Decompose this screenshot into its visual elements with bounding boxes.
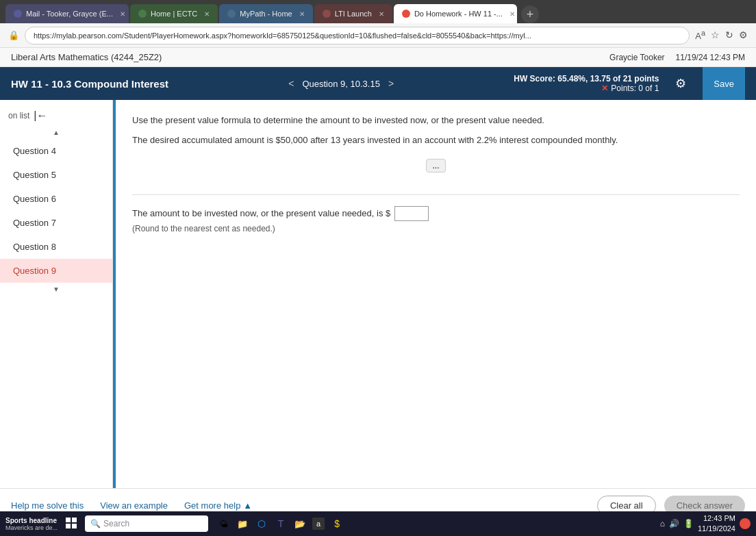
- answer-input[interactable]: [394, 206, 429, 221]
- tab-bar: Mail - Tooker, Grayce (E... ✕ Home | ECT…: [0, 0, 756, 23]
- get-more-help-label: Get more help: [184, 500, 240, 511]
- taskbar-system-icons: ⌂ 🔊 🔋 12:43 PM 11/19/2024: [660, 513, 751, 535]
- tab-mypath[interactable]: MyPath - Home ✕: [219, 4, 312, 23]
- user-info: Graycie Tooker 11/19/24 12:43 PM: [609, 53, 745, 62]
- tab-lti[interactable]: LTI Launch ✕: [314, 4, 392, 23]
- mail-tab-icon: [14, 10, 22, 18]
- prev-question-btn[interactable]: <: [288, 78, 294, 89]
- question-area: Use the present value formula to determi…: [116, 100, 756, 488]
- tab-mail[interactable]: Mail - Tooker, Grayce (E... ✕: [5, 4, 129, 23]
- tab-homework-close[interactable]: ✕: [509, 10, 515, 18]
- taskbar-icon-text[interactable]: a: [312, 518, 325, 530]
- sidebar-q6-label: Question 6: [13, 194, 56, 204]
- notification-icon[interactable]: [740, 518, 751, 529]
- lti-tab-icon: [323, 10, 331, 18]
- taskbar-icon-files[interactable]: 📁: [236, 517, 249, 531]
- tab-homework-label: Do Homework - HW 11 -...: [414, 10, 503, 18]
- battery-icon[interactable]: 🔋: [683, 519, 694, 528]
- save-button[interactable]: Save: [703, 67, 745, 100]
- help-me-solve-link[interactable]: Help me solve this: [11, 500, 84, 511]
- tab-mypath-label: MyPath - Home: [240, 10, 292, 18]
- bookmark-icon[interactable]: ☆: [711, 29, 720, 40]
- tab-home[interactable]: Home | ECTC ✕: [130, 4, 218, 23]
- tab-mail-label: Mail - Tooker, Grayce (E...: [26, 10, 113, 18]
- settings-button[interactable]: ⚙: [670, 76, 692, 91]
- taskbar-icon-weather[interactable]: 🌤: [216, 517, 230, 531]
- sidebar-header: on list |←: [0, 105, 112, 126]
- hw-points-line: ✕ Points: 0 of 1: [601, 84, 659, 93]
- start-button[interactable]: [63, 518, 79, 531]
- tab-mail-close[interactable]: ✕: [120, 10, 125, 18]
- question-nav: < Question 9, 10.3.15 >: [179, 78, 503, 89]
- round-note: (Round to the nearest cent as needed.): [132, 224, 740, 233]
- tab-lti-label: LTI Launch: [335, 10, 372, 18]
- hw-score-line: HW Score: 65.48%, 13.75 of 21 points: [514, 74, 659, 84]
- home-tab-icon: [138, 10, 147, 18]
- view-example-link[interactable]: View an example: [100, 500, 168, 511]
- course-header: Liberal Arts Mathematics (4244_25Z2) Gra…: [0, 48, 756, 67]
- taskbar-icon-explorer[interactable]: 📂: [293, 517, 307, 531]
- address-icons: Aa ☆ ↻ ⚙: [695, 29, 748, 41]
- clock-date: 11/19/2024: [698, 524, 735, 534]
- taskbar-icon-teams[interactable]: T: [274, 517, 288, 531]
- font-size-icon[interactable]: Aa: [695, 29, 705, 41]
- sidebar-scroll-down[interactable]: ▼: [0, 283, 112, 296]
- clock-time: 12:43 PM: [698, 513, 735, 524]
- svg-rect-2: [66, 524, 71, 528]
- svg-rect-0: [66, 518, 71, 522]
- taskbar-icon-edge[interactable]: ⬡: [255, 517, 268, 531]
- points-value: Points: 0 of 1: [611, 84, 659, 93]
- sidebar-q5-label: Question 5: [13, 170, 56, 180]
- taskbar-clock[interactable]: 12:43 PM 11/19/2024: [698, 513, 735, 535]
- get-more-help-btn[interactable]: Get more help ▲: [184, 500, 252, 511]
- taskbar-icon-dollar[interactable]: $: [330, 517, 344, 531]
- taskbar-search[interactable]: 🔍 Search: [85, 515, 208, 532]
- next-question-btn[interactable]: >: [388, 78, 394, 89]
- tab-home-close[interactable]: ✕: [204, 10, 210, 18]
- question-label: Question 9, 10.3.15: [302, 79, 379, 89]
- get-more-help-arrow: ▲: [243, 500, 252, 511]
- homework-tab-icon: [402, 10, 410, 18]
- sidebar: on list |← ▲ Question 4 Question 5 Quest…: [0, 100, 113, 488]
- tab-homework[interactable]: Do Homework - HW 11 -... ✕: [394, 4, 517, 23]
- taskbar-news-title: Sports headline: [5, 517, 58, 524]
- taskbar-news-sub: Mavericks are de...: [5, 524, 58, 531]
- tab-lti-close[interactable]: ✕: [379, 10, 384, 18]
- address-input[interactable]: https://mylab.pearson.com/Student/Player…: [25, 27, 690, 44]
- hw-title: HW 11 - 10.3 Compound Interest: [11, 78, 168, 90]
- tab-home-label: Home | ECTC: [151, 10, 197, 18]
- question-detail: The desired accumulated amount is $50,00…: [132, 133, 740, 148]
- sidebar-item-q7[interactable]: Question 7: [0, 211, 112, 235]
- sidebar-item-q9[interactable]: Question 9: [0, 259, 112, 283]
- taskbar-news: Sports headline Mavericks are de...: [5, 517, 58, 531]
- x-icon: ✕: [601, 84, 608, 93]
- address-text: https://mylab.pearson.com/Student/Player…: [34, 31, 531, 40]
- sidebar-item-q4[interactable]: Question 4: [0, 139, 112, 163]
- search-icon: 🔍: [90, 519, 101, 528]
- question-instruction: Use the present value formula to determi…: [132, 114, 740, 128]
- collapse-sidebar-btn[interactable]: |←: [34, 110, 47, 122]
- answer-row: The amount to be invested now, or the pr…: [132, 206, 740, 221]
- tab-mypath-close[interactable]: ✕: [299, 10, 305, 18]
- course-title: Liberal Arts Mathematics (4244_25Z2): [11, 52, 162, 62]
- sidebar-q4-label: Question 4: [13, 146, 56, 156]
- expand-button[interactable]: ...: [426, 159, 445, 173]
- svg-rect-3: [72, 524, 77, 528]
- refresh-icon[interactable]: ↻: [725, 29, 733, 40]
- hw-score-area: HW Score: 65.48%, 13.75 of 21 points ✕ P…: [514, 74, 659, 93]
- new-tab-button[interactable]: +: [521, 5, 539, 23]
- mypath-tab-icon: [227, 10, 236, 18]
- lock-icon: 🔒: [8, 30, 19, 40]
- extensions-icon[interactable]: ⚙: [739, 29, 748, 40]
- answer-prefix: The amount to be invested now, or the pr…: [132, 208, 390, 218]
- datetime: 11/19/24 12:43 PM: [676, 53, 745, 62]
- sidebar-q7-label: Question 7: [13, 218, 56, 228]
- sidebar-item-q6[interactable]: Question 6: [0, 187, 112, 211]
- sidebar-item-q8[interactable]: Question 8: [0, 235, 112, 259]
- network-icon[interactable]: ⌂: [660, 519, 665, 528]
- sidebar-q9-label: Question 9: [13, 266, 56, 276]
- sidebar-item-q5[interactable]: Question 5: [0, 163, 112, 187]
- search-placeholder: Search: [103, 519, 129, 528]
- volume-icon[interactable]: 🔊: [669, 519, 679, 528]
- sidebar-scroll-up[interactable]: ▲: [0, 126, 112, 139]
